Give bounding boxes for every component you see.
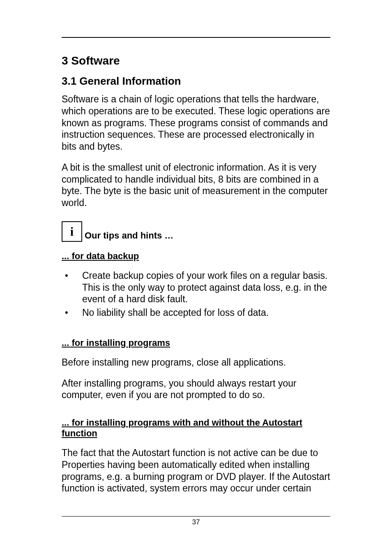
heading-level-1: 3 Software xyxy=(62,54,330,67)
paragraph-software-intro: Software is a chain of logic operations … xyxy=(62,93,330,153)
list-item: No liability shall be accepted for loss … xyxy=(62,307,330,319)
info-icon: i xyxy=(62,221,82,242)
paragraph-autostart-body: The fact that the Autostart function is … xyxy=(62,447,330,494)
document-page: 3 Software 3.1 General Information Softw… xyxy=(0,0,392,494)
bullet-list-backup: Create backup copies of your work files … xyxy=(62,270,330,319)
page-number: 37 xyxy=(62,518,330,526)
subheading-autostart: ... for installing programs with and wit… xyxy=(62,417,330,439)
top-divider xyxy=(62,37,330,38)
tips-heading-row: i Our tips and hints … xyxy=(62,221,330,242)
tips-heading-label: Our tips and hints … xyxy=(85,230,173,242)
list-item: Create backup copies of your work files … xyxy=(62,270,330,305)
paragraph-close-apps: Before installing new programs, close al… xyxy=(62,357,330,368)
page-footer: 37 xyxy=(62,516,330,526)
subheading-data-backup: ... for data backup xyxy=(62,251,330,262)
subheading-installing-programs: ... for installing programs xyxy=(62,338,330,348)
bottom-divider xyxy=(62,516,330,517)
heading-level-2: 3.1 General Information xyxy=(62,75,330,88)
info-icon-letter: i xyxy=(70,225,74,238)
paragraph-bit-byte: A bit is the smallest unit of electronic… xyxy=(62,162,330,209)
paragraph-restart: After installing programs, you should al… xyxy=(62,378,330,401)
